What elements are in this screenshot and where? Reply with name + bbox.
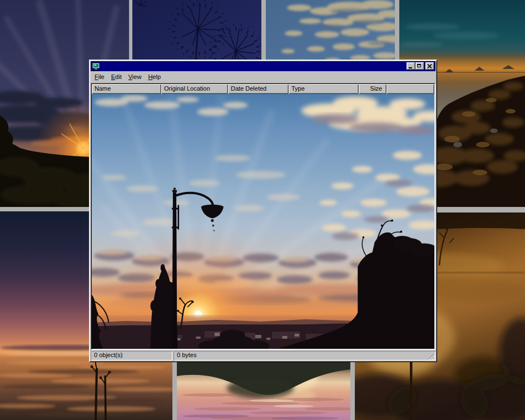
- menu-file[interactable]: File: [91, 72, 108, 81]
- menu-help[interactable]: Help: [145, 72, 164, 81]
- menu-bar: File Edit View Help: [91, 71, 435, 82]
- status-bar: 0 object(s) 0 bytes: [91, 351, 435, 360]
- column-header-date-deleted[interactable]: Date Deleted: [228, 84, 289, 94]
- maximize-icon: [417, 64, 421, 67]
- minimize-button[interactable]: [407, 62, 415, 70]
- sunset-photo-background: [92, 94, 434, 349]
- menu-view[interactable]: View: [125, 72, 145, 81]
- status-bytes-text: 0 bytes: [177, 352, 196, 358]
- list-client-area: Name Original Location Date Deleted Type…: [91, 83, 435, 350]
- maximize-button[interactable]: [415, 62, 424, 70]
- menu-edit[interactable]: Edit: [108, 72, 125, 81]
- close-icon: [427, 64, 432, 68]
- status-byte-count: 0 bytes: [174, 351, 435, 360]
- status-object-count: 0 object(s): [91, 351, 172, 360]
- recycle-bin-window: File Edit View Help Name Original Locati…: [89, 60, 437, 362]
- column-header-row: Name Original Location Date Deleted Type…: [92, 84, 434, 94]
- file-list-viewport[interactable]: [92, 94, 434, 349]
- column-header-filler[interactable]: [387, 84, 434, 94]
- resize-grip[interactable]: [428, 353, 435, 360]
- minimize-icon: [409, 67, 412, 68]
- window-titlebar[interactable]: [91, 61, 435, 71]
- close-button[interactable]: [425, 62, 434, 70]
- desktop-wallpaper: File Edit View Help Name Original Locati…: [0, 0, 525, 420]
- application-icon[interactable]: [92, 62, 101, 71]
- column-header-original-location[interactable]: Original Location: [161, 84, 228, 94]
- column-header-size[interactable]: Size: [359, 84, 387, 94]
- column-header-name[interactable]: Name: [92, 84, 161, 94]
- column-header-type[interactable]: Type: [289, 84, 359, 94]
